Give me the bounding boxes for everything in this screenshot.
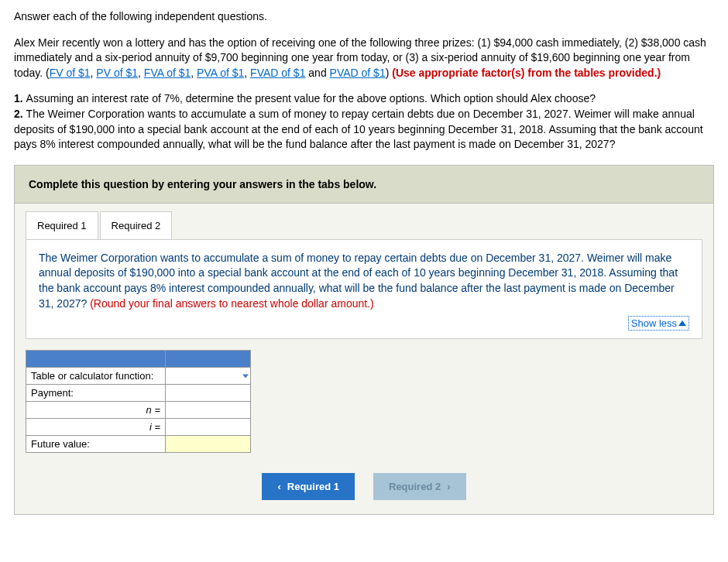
row-input-i[interactable] xyxy=(166,419,251,436)
prev-label: Required 1 xyxy=(287,481,339,492)
q2-text: The Weimer Corporation wants to accumula… xyxy=(14,108,703,150)
next-button: Required 2 › xyxy=(373,473,466,500)
chevron-up-icon xyxy=(678,320,686,326)
showless-row: Show less xyxy=(39,316,689,331)
table-header-row xyxy=(26,351,251,368)
row-input-function[interactable] xyxy=(166,368,251,385)
row-label-fv: Future value: xyxy=(26,436,166,453)
chevron-down-icon[interactable] xyxy=(242,374,249,378)
prev-button[interactable]: ‹ Required 1 xyxy=(262,473,355,500)
answer-panel: Complete this question by entering your … xyxy=(14,165,714,515)
fv-input[interactable] xyxy=(166,436,250,452)
question-2: 2. The Weimer Corporation wants to accum… xyxy=(14,107,714,152)
link-fvad[interactable]: FVAD of $1 xyxy=(250,67,305,79)
i-input[interactable] xyxy=(166,419,250,435)
link-fv[interactable]: FV of $1 xyxy=(50,67,91,79)
show-less-label: Show less xyxy=(631,317,677,329)
scenario-paragraph: Alex Meir recently won a lottery and has… xyxy=(14,36,714,81)
link-pvad[interactable]: PVAD of $1 xyxy=(330,67,386,79)
questions-block: 1. Assuming an interest rate of 7%, dete… xyxy=(14,91,714,152)
row-input-n[interactable] xyxy=(166,402,251,419)
payment-input[interactable] xyxy=(166,385,250,401)
table-row: Table or calculator function: xyxy=(26,368,251,385)
row-input-fv[interactable] xyxy=(166,436,251,453)
row-label-function: Table or calculator function: xyxy=(26,368,166,385)
tab-content: The Weimer Corporation wants to accumula… xyxy=(26,239,702,339)
chevron-right-icon: › xyxy=(447,481,450,492)
link-fva[interactable]: FVA of $1 xyxy=(144,67,191,79)
chevron-left-icon: ‹ xyxy=(277,481,280,492)
round-hint: (Round your final answers to nearest who… xyxy=(90,297,374,310)
header-cell-1 xyxy=(26,351,166,368)
next-label: Required 2 xyxy=(389,481,441,492)
n-input[interactable] xyxy=(166,402,250,418)
tabs-row: Required 1 Required 2 xyxy=(15,204,713,239)
row-input-payment[interactable] xyxy=(166,385,251,402)
answer-table: Table or calculator function: Payment: n… xyxy=(26,350,251,453)
row-label-n: n = xyxy=(26,402,166,419)
tab-required-1[interactable]: Required 1 xyxy=(26,211,98,239)
row-label-i: i = xyxy=(26,419,166,436)
sep: , xyxy=(191,67,197,79)
q1-num: 1. xyxy=(14,92,26,105)
use-factors-hint: (Use appropriate factor(s) from the tabl… xyxy=(392,67,661,79)
show-less-toggle[interactable]: Show less xyxy=(628,316,689,331)
header-cell-2 xyxy=(166,351,251,368)
table-row: Payment: xyxy=(26,385,251,402)
q1-text: Assuming an interest rate of 7%, determi… xyxy=(26,92,596,105)
row-label-payment: Payment: xyxy=(26,385,166,402)
panel-header: Complete this question by entering your … xyxy=(15,166,713,204)
link-pva[interactable]: PVA of $1 xyxy=(197,67,244,79)
q2-num: 2. xyxy=(14,108,26,120)
close-paren: ) xyxy=(386,67,393,79)
question-1: 1. Assuming an interest rate of 7%, dete… xyxy=(14,91,714,107)
and-word: and xyxy=(305,67,329,79)
sep: , xyxy=(138,67,144,79)
sep: , xyxy=(244,67,250,79)
table-row: n = xyxy=(26,402,251,419)
function-input[interactable] xyxy=(166,368,250,384)
tab-required-2[interactable]: Required 2 xyxy=(100,211,173,239)
nav-row: ‹ Required 1 Required 2 › xyxy=(15,464,713,514)
active-question: The Weimer Corporation wants to accumula… xyxy=(39,251,689,311)
table-row: i = xyxy=(26,419,251,436)
link-pv[interactable]: PV of $1 xyxy=(96,67,138,79)
table-row: Future value: xyxy=(26,436,251,453)
intro-text: Answer each of the following independent… xyxy=(14,9,714,25)
